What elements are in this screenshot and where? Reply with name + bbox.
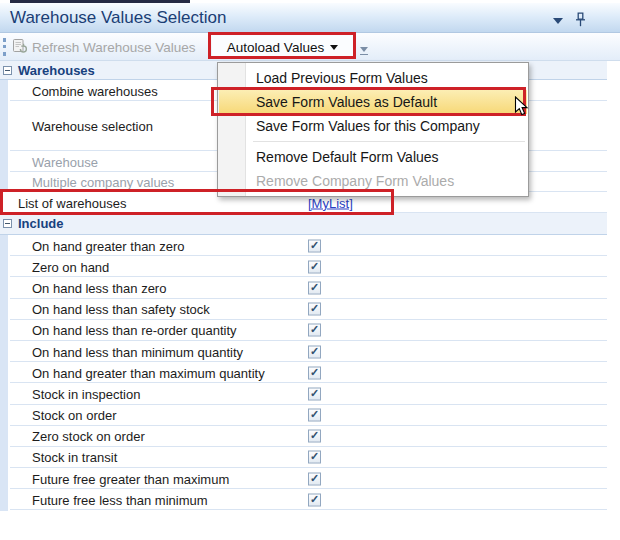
- refresh-warehouse-values-button: Refresh Warehouse Values: [12, 33, 196, 61]
- panel-title: Warehouse Values Selection: [10, 8, 226, 28]
- panel-titlebar: Warehouse Values Selection: [0, 3, 620, 33]
- table-row: Stock in transit: [0, 447, 607, 468]
- checkbox-checked[interactable]: [308, 366, 321, 379]
- table-row: On hand less than re-order quantity: [0, 320, 607, 341]
- checkbox-checked[interactable]: [308, 451, 321, 464]
- menu-item-remove-company: Remove Company Form Values: [219, 169, 527, 193]
- pin-icon[interactable]: [575, 12, 586, 32]
- grid-indent-gutter: [0, 80, 8, 192]
- table-row: Stock on order: [0, 405, 607, 426]
- table-row: On hand less than zero: [0, 277, 607, 298]
- table-row: On hand less than safety stock: [0, 299, 607, 320]
- section-title: Warehouses: [18, 63, 95, 78]
- collapse-icon[interactable]: [3, 219, 12, 228]
- row-label: Warehouse selection: [32, 119, 153, 134]
- row-label: Stock in inspection: [32, 386, 140, 401]
- row-label: Zero on hand: [32, 259, 109, 274]
- section-title: Include: [18, 216, 64, 231]
- row-label: Combine warehouses: [32, 83, 158, 98]
- row-label: On hand less than safety stock: [32, 302, 210, 317]
- toolbar-overflow-icon[interactable]: [359, 46, 368, 57]
- checkbox-checked[interactable]: [308, 409, 321, 422]
- row-label: Future free less than minimum: [32, 492, 208, 507]
- mylist-link[interactable]: [MyList]: [308, 195, 353, 210]
- row-label: List of warehouses: [18, 195, 126, 210]
- dropdown-caret-icon: [330, 45, 338, 50]
- toolbar-grip-handle[interactable]: [3, 38, 6, 56]
- toolbar: Refresh Warehouse Values Autoload Values: [0, 33, 620, 61]
- checkbox-checked[interactable]: [308, 239, 321, 252]
- row-label: Multiple company values: [32, 175, 174, 190]
- checkbox-checked[interactable]: [308, 324, 321, 337]
- table-row: On hand less than minimum quantity: [0, 341, 607, 362]
- row-label: On hand greater than maximum quantity: [32, 365, 265, 380]
- checkbox-checked[interactable]: [308, 493, 321, 506]
- menu-item-save-company[interactable]: Save Form Values for this Company: [219, 114, 527, 138]
- row-label: Warehouse: [32, 154, 98, 169]
- row-label: On hand less than zero: [32, 280, 166, 295]
- autoload-values-menu: Load Previous Form Values Save Form Valu…: [217, 62, 529, 197]
- checkbox-checked[interactable]: [308, 345, 321, 358]
- row-label: Stock in transit: [32, 450, 117, 465]
- table-row: Zero on hand: [0, 256, 607, 277]
- table-row: Future free greater than maximum: [0, 468, 607, 489]
- checkbox-checked[interactable]: [308, 387, 321, 400]
- chevron-down-icon[interactable]: [553, 18, 563, 24]
- checkbox-checked[interactable]: [308, 281, 321, 294]
- checkbox-checked[interactable]: [308, 472, 321, 485]
- autoload-button-label: Autoload Values: [227, 40, 324, 55]
- row-label: Stock on order: [32, 408, 117, 423]
- checkbox-checked[interactable]: [308, 430, 321, 443]
- table-row: On hand greater than maximum quantity: [0, 362, 607, 383]
- row-label: On hand less than re-order quantity: [32, 323, 237, 338]
- menu-item-remove-default[interactable]: Remove Default Form Values: [219, 145, 527, 169]
- table-row: Stock in inspection: [0, 383, 607, 404]
- section-header-include: Include: [0, 213, 607, 235]
- table-row: Future free less than minimum: [0, 489, 607, 510]
- checkbox-checked[interactable]: [308, 303, 321, 316]
- autoload-values-button[interactable]: Autoload Values: [212, 36, 353, 59]
- refresh-button-label: Refresh Warehouse Values: [32, 40, 196, 55]
- table-row: Zero stock on order: [0, 426, 607, 447]
- menu-separator: [253, 141, 525, 142]
- refresh-icon: [12, 38, 27, 56]
- grid-indent-gutter: [0, 235, 8, 511]
- row-label: On hand less than minimum quantity: [32, 344, 243, 359]
- row-label: Future free greater than maximum: [32, 471, 229, 486]
- row-label: Zero stock on order: [32, 429, 145, 444]
- collapse-icon[interactable]: [3, 66, 12, 75]
- menu-item-save-default[interactable]: Save Form Values as Default: [219, 90, 527, 114]
- menu-item-load-previous[interactable]: Load Previous Form Values: [219, 66, 527, 90]
- table-row: On hand greater than zero: [0, 235, 607, 256]
- row-label: On hand greater than zero: [32, 238, 185, 253]
- checkbox-checked[interactable]: [308, 260, 321, 273]
